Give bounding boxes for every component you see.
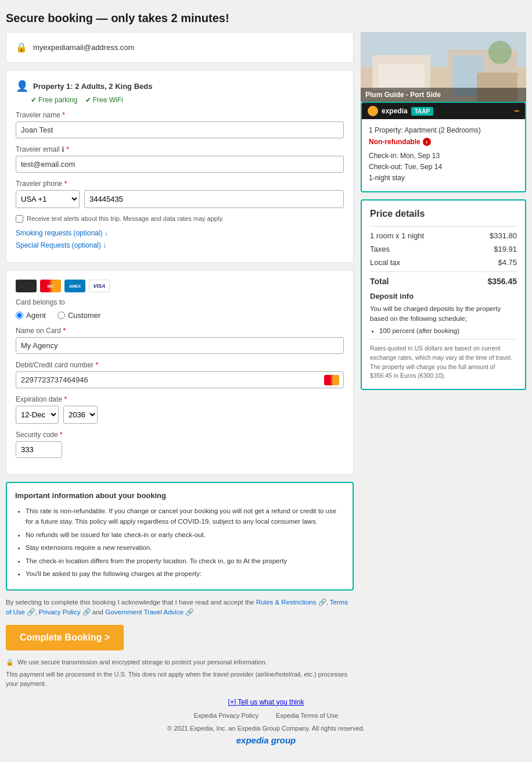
expiry-label: Expiration date * (16, 395, 344, 403)
expedia-group-logo: expedia group (6, 735, 526, 745)
payment-processing-note: This payment will be processed in the U.… (6, 670, 354, 689)
taxes-row: Taxes $19.91 (370, 245, 517, 253)
taap-logo: expedia TAAP (368, 106, 433, 116)
important-info-list: This rate is non-refundable. If you chan… (15, 506, 342, 581)
security-code-label: Security code * (16, 431, 344, 439)
traveler-email-input[interactable] (16, 156, 344, 173)
amex-icon: AMEX (64, 280, 85, 292)
privacy-policy-link[interactable]: Privacy Policy 🔗 (39, 609, 91, 616)
cc-number-group: Debit/Credit card number * (16, 361, 344, 388)
property-image-caption: Plum Guide - Port Side (361, 88, 526, 102)
name-on-card-input[interactable] (16, 337, 344, 354)
footer-terms-link[interactable]: Expedia Terms of Use (276, 712, 338, 719)
footer-privacy-link[interactable]: Expedia Privacy Policy (194, 712, 258, 719)
feedback-link[interactable]: [+] Tell us what you think (228, 698, 304, 706)
rate-note: Rates quoted in US dollars are based on … (370, 344, 517, 381)
list-item: 100 percent (after booking) (379, 327, 517, 334)
card-owner-radio-group: Agent Customer (16, 311, 344, 320)
property-label: Property 1: 2 Adults, 2 King Beds (33, 82, 152, 91)
taxes-value: $19.91 (494, 245, 517, 253)
total-value: $356.45 (487, 277, 517, 286)
total-row: Total $356.45 (370, 277, 517, 286)
lock-icon: 🔒 (16, 42, 27, 53)
person-icon: 👤 (16, 80, 28, 92)
generic-card-icon (16, 280, 37, 292)
svg-point-6 (488, 41, 512, 64)
property-image: Plum Guide - Port Side (361, 32, 526, 102)
smoking-requests-link[interactable]: Smoking requests (optional) ↓ (16, 229, 108, 237)
lock-icon-small: 🔒 (6, 659, 14, 666)
non-refundable-badge: Non-refundable i (369, 138, 518, 146)
traveler-email-label: Traveler email ℹ * (16, 145, 344, 153)
complete-booking-button[interactable]: Complete Booking > (6, 625, 124, 650)
acknowledgment-text: By selecting to complete this booking I … (6, 598, 354, 618)
list-item: The check-in location differs from the p… (26, 556, 342, 566)
expedia-circle-icon (368, 106, 378, 116)
footer: [+] Tell us what you think Expedia Priva… (6, 689, 526, 750)
special-requests-link[interactable]: Special Requests (optional) ↓ (16, 241, 106, 249)
collapse-icon[interactable]: − (514, 106, 519, 116)
security-code-input[interactable] (16, 441, 62, 458)
customer-radio-option[interactable]: Customer (57, 311, 100, 320)
deposit-title: Deposit info (370, 292, 517, 300)
email-card: 🔒 myexpediamail@address.com (6, 32, 354, 63)
property-amenities: ✔ Free parking ✔ Free WiFi (31, 96, 344, 104)
price-details-card: Price details 1 room x 1 night $331.80 T… (361, 199, 526, 391)
card-belongs-label: Card belongs to (16, 298, 344, 306)
local-tax-row: Local tax $4.75 (370, 258, 517, 267)
local-tax-value: $4.75 (498, 258, 517, 267)
phone-number-input[interactable] (84, 190, 344, 208)
sms-label: Receive text alerts about this trip. Mes… (27, 215, 224, 222)
mastercard-icon: MC (40, 280, 61, 292)
list-item: This rate is non-refundable. If you chan… (26, 506, 342, 527)
traveler-phone-group: Traveler phone * USA +1 (16, 180, 344, 208)
property-type: 1 Property: Apartment (2 Bedrooms) (369, 126, 518, 134)
important-info-box: Important information about your booking… (6, 482, 354, 591)
traveler-email-group: Traveler email ℹ * (16, 145, 344, 173)
expiry-group: Expiration date * 01-Jan02-Feb03-Mar04-A… (16, 395, 344, 424)
footer-copyright: © 2021 Expedia, Inc. an Expedia Group Co… (6, 725, 526, 732)
local-tax-label: Local tax (370, 258, 400, 267)
important-info-title: Important information about your booking (15, 491, 344, 500)
agent-radio[interactable] (16, 312, 23, 319)
taap-badge: TAAP (411, 107, 433, 116)
booking-summary-body: 1 Property: Apartment (2 Bedrooms) Non-r… (362, 119, 525, 191)
price-details-title: Price details (370, 209, 517, 219)
traveler-card: 👤 Property 1: 2 Adults, 2 King Beds ✔ Fr… (6, 70, 354, 263)
room-price-row: 1 room x 1 night $331.80 (370, 231, 517, 240)
checkin-info: Check-in: Mon, Sep 13 Check-out: Tue, Se… (369, 151, 518, 184)
important-info-scroll[interactable]: This rate is non-refundable. If you chan… (15, 506, 344, 581)
expiry-year-select[interactable]: 2024202520262027 2028202920302031 203220… (63, 406, 98, 424)
list-item: Stay extensions require a new reservatio… (26, 542, 342, 553)
traveler-name-label: Traveler name * (16, 111, 344, 119)
booking-summary-card: expedia TAAP − 1 Property: Apartment (2 … (361, 102, 526, 192)
agent-radio-option[interactable]: Agent (16, 311, 46, 320)
deposit-text: You will be charged deposits by the prop… (370, 304, 517, 324)
page-title: Secure booking — only takes 2 minutes! (6, 6, 526, 32)
cc-number-label: Debit/Credit card number * (16, 361, 344, 369)
name-on-card-group: Name on Card * (16, 327, 344, 354)
list-item: Breakage deposit: EUR 150.00 per stay (36, 579, 342, 581)
taxes-label: Taxes (370, 245, 390, 253)
card-icons-row: MC AMEX VISA (16, 280, 344, 292)
account-email: myexpediamail@address.com (33, 43, 134, 52)
cc-number-input[interactable] (16, 371, 344, 388)
total-label: Total (370, 277, 389, 286)
government-travel-link[interactable]: Government Travel Advice 🔗 (105, 609, 193, 616)
visa-icon: VISA (89, 280, 110, 292)
rules-restrictions-link[interactable]: Rules & Restrictions 🔗 (256, 599, 326, 606)
sms-checkbox[interactable] (16, 215, 23, 223)
cc-mc-badge (324, 375, 339, 385)
footer-links: Expedia Privacy Policy Expedia Terms of … (6, 712, 526, 719)
sms-checkbox-row: Receive text alerts about this trip. Mes… (16, 215, 344, 223)
customer-radio[interactable] (57, 312, 65, 319)
phone-country-select[interactable]: USA +1 (16, 190, 80, 208)
room-price-value: $331.80 (490, 231, 517, 240)
security-code-group: Security code * (16, 431, 344, 458)
traveler-name-group: Traveler name * (16, 111, 344, 138)
expiry-month-select[interactable]: 01-Jan02-Feb03-Mar04-Apr 05-May06-Jun07-… (16, 406, 59, 424)
expedia-label: expedia (382, 107, 408, 115)
taap-header: expedia TAAP − (362, 103, 525, 119)
payment-card: MC AMEX VISA Card belongs to Agent Custo… (6, 270, 354, 475)
traveler-name-input[interactable] (16, 121, 344, 138)
